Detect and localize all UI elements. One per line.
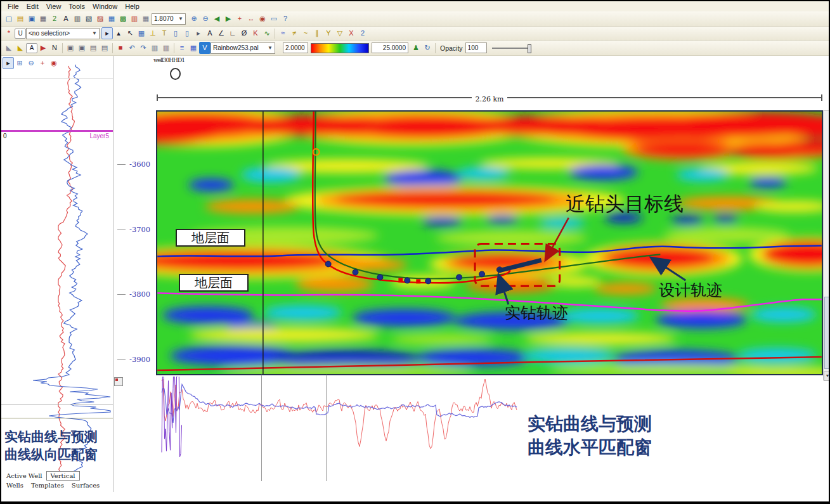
diameter-icon[interactable]: Ø [238, 27, 250, 39]
depth-tick-3800: -3800 [117, 290, 154, 298]
tab-wells[interactable]: Wells [3, 481, 27, 489]
undo-icon[interactable]: ↶ [126, 42, 138, 54]
hatch-tool-icon[interactable]: ∥ [311, 27, 323, 39]
palette-combo[interactable]: Rainbow253.pal▼ [211, 42, 275, 54]
paste-front-icon[interactable]: ▤ [88, 42, 99, 54]
panel-popout-icon[interactable] [114, 377, 123, 386]
grid-icon[interactable]: ▦ [106, 13, 117, 25]
opacity-slider-thumb[interactable] [528, 44, 531, 53]
palette-file-icon[interactable]: V [199, 42, 211, 54]
menu-help[interactable]: Help [121, 3, 143, 10]
curve-tool-icon[interactable]: ∿ [261, 27, 273, 39]
angle-icon[interactable]: ∠ [216, 27, 227, 39]
menu-file[interactable]: File [4, 3, 23, 10]
menu-window[interactable]: Window [89, 3, 121, 10]
flag-icon[interactable]: ▶ [37, 42, 49, 54]
ki-tool-icon[interactable]: ≠ [289, 27, 300, 39]
select-region-icon[interactable]: ▦ [136, 27, 147, 39]
delete-icon[interactable]: X [346, 27, 357, 39]
paste-back-icon[interactable]: ▤ [99, 42, 110, 54]
two-badge-icon[interactable]: 2 [357, 27, 368, 39]
selection-combo[interactable]: <no selection>▼ [26, 28, 100, 39]
palette-toolbar: ◣◣A▶N▣▣▤▤■↶↷▥▥≡▦V Rainbow253.pal▼ 2.0000… [1, 41, 829, 56]
palette-max-field[interactable]: 25.0000 [372, 42, 408, 53]
menu-bar: File Edit View Tools Window Help [1, 1, 829, 11]
fit-all-icon[interactable]: + [234, 13, 245, 25]
annotate-star-icon[interactable]: * [3, 27, 15, 39]
copy-add-icon[interactable]: ▣ [76, 42, 88, 54]
fit-width-icon[interactable]: ↔ [245, 13, 257, 25]
screen-icon[interactable]: ▭ [268, 13, 280, 25]
scale-person-icon[interactable]: ♟ [410, 42, 422, 54]
pick-icon[interactable]: ▸ [193, 27, 204, 39]
k-tool-icon[interactable]: K [250, 27, 261, 39]
page-1-icon[interactable]: ▯ [170, 27, 181, 39]
chevron-down-icon: ▼ [92, 30, 97, 36]
back-icon[interactable]: ◀ [211, 13, 223, 25]
text-a-icon[interactable]: A [204, 27, 216, 39]
tab-active-well[interactable]: Active Well [3, 472, 46, 480]
tee-icon[interactable]: T [159, 27, 170, 39]
menu-view[interactable]: View [42, 3, 65, 10]
log-template-icon[interactable]: ▧ [83, 13, 94, 25]
pointer-icon[interactable]: ▸ [101, 27, 113, 39]
zoom-out-icon[interactable]: ⊖ [200, 13, 211, 25]
record-icon[interactable]: ■ [115, 42, 126, 54]
palette-gradient [311, 43, 369, 53]
menu-tools[interactable]: Tools [65, 3, 89, 10]
palette-grid-icon[interactable]: ▦ [188, 42, 199, 54]
tab-vertical[interactable]: Vertical [46, 471, 80, 481]
clip-2-icon[interactable]: ▥ [160, 42, 172, 54]
pointer-vertex-icon[interactable]: ▴ [113, 27, 124, 39]
font-icon[interactable]: A [60, 13, 72, 25]
trapezoid-tool-icon[interactable]: ▽ [334, 27, 346, 39]
scrollbar-down-button[interactable]: ▼ [824, 372, 830, 381]
triangle-icon[interactable]: ◣ [3, 42, 15, 54]
redo-icon[interactable]: ↷ [138, 42, 149, 54]
tab-templates[interactable]: Templates [27, 481, 68, 489]
node-icon[interactable]: N [49, 42, 60, 54]
cross-section-icon[interactable]: ▨ [94, 13, 106, 25]
triangle-yellow-icon[interactable]: ◣ [15, 42, 26, 54]
horizontal-match-view[interactable] [157, 377, 521, 488]
unit-icon[interactable]: U [15, 29, 26, 39]
help-icon[interactable]: ? [280, 13, 291, 25]
calculator-icon[interactable]: ▦ [140, 13, 152, 25]
a-box-icon[interactable]: A [26, 43, 37, 53]
opacity-field[interactable]: 100 [465, 42, 487, 53]
list-icon[interactable]: ≡ [176, 42, 188, 54]
forward-icon[interactable]: ▶ [223, 13, 234, 25]
log-curves-view[interactable] [1, 62, 113, 475]
zoom-level-combo[interactable]: 1.8070▼ [152, 13, 186, 25]
print-icon[interactable]: ▦ [37, 13, 49, 25]
pointer-move-icon[interactable]: ↖ [124, 27, 136, 39]
corner-icon[interactable]: ∟ [227, 27, 238, 39]
datum-icon[interactable]: ⊥ [147, 27, 159, 39]
menu-edit[interactable]: Edit [23, 3, 42, 10]
clip-1-icon[interactable]: ▥ [149, 42, 160, 54]
well-section-icon[interactable]: ▥ [129, 13, 140, 25]
open-folder-icon[interactable]: ▤ [15, 13, 26, 25]
horizon-label-2: 地层面 [179, 274, 249, 292]
scrollbar-thumb[interactable] [824, 297, 830, 369]
depth-tick-3900: -3900 [117, 356, 154, 363]
map-view-icon[interactable]: ▩ [117, 13, 129, 25]
pan-hand-icon[interactable]: ◉ [257, 13, 268, 25]
tab-surfaces[interactable]: Surfaces [68, 481, 103, 489]
vertical-scrollbar[interactable]: ▼ [823, 110, 830, 380]
seismic-section-view[interactable]: 近钻头目标线 地层面 地层面 实钻轨迹 设计轨迹 [156, 110, 823, 375]
zoom-select-icon[interactable]: ⊕ [188, 13, 200, 25]
sync-2-icon[interactable]: 2 [49, 13, 60, 25]
page-2-icon[interactable]: ▯ [181, 27, 193, 39]
y-tool-icon[interactable]: Y [323, 27, 334, 39]
copy-icon[interactable]: ▣ [65, 42, 76, 54]
save-icon[interactable]: ▣ [26, 13, 37, 25]
well-pair-icon[interactable]: ▥ [72, 13, 83, 25]
wave-icon[interactable]: ≈ [277, 27, 289, 39]
palette-min-field[interactable]: 2.0000 [283, 42, 308, 53]
opacity-slider[interactable] [492, 48, 531, 49]
refresh-icon[interactable]: ↻ [422, 42, 433, 54]
layer5-marker-line[interactable] [1, 130, 113, 132]
spline-tool-icon[interactable]: ~ [300, 27, 311, 39]
new-document-icon[interactable]: ▢ [3, 13, 15, 25]
